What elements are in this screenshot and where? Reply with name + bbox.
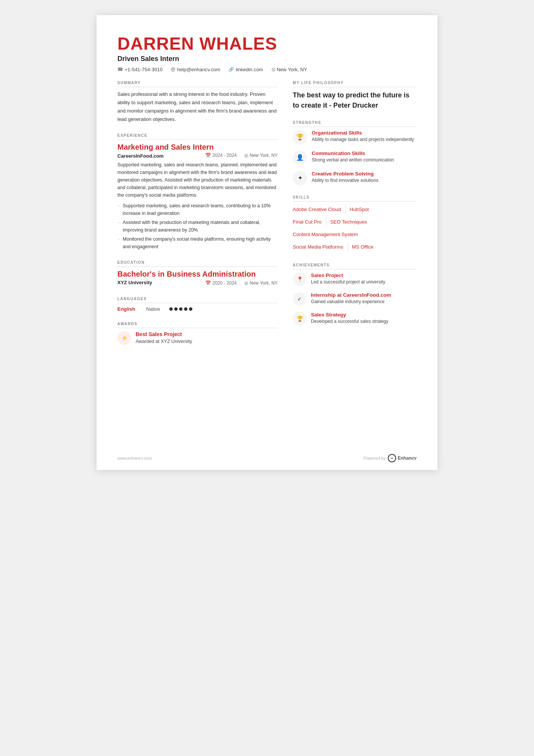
summary-text: Sales professional with a strong interes… [117, 90, 278, 124]
summary-label: SUMMARY [117, 81, 278, 87]
calendar-icon: 📅 [205, 153, 211, 158]
awards-label: AWARDS [117, 322, 278, 328]
right-column: MY LIFE PHILOSOPHY The best way to predi… [293, 81, 417, 355]
edu-dates: 📅 2020 - 2024 [205, 280, 237, 286]
phone-icon: ☎ [117, 67, 123, 72]
language-dot [189, 307, 192, 311]
skill-tag: Content Management System [293, 230, 362, 239]
experience-meta: 📅 2024 - 2024 ◎ New York, NY [205, 153, 278, 158]
skills-row: Social Media PlatformsMS Office [293, 242, 417, 253]
strength-content: Communication Skills Strong verbal and w… [312, 150, 394, 163]
education-meta: 📅 2020 - 2024 ◎ New York, NY [205, 280, 278, 286]
contact-row: ☎ +1-541-754-3010 @ help@enhancv.com 🔗 l… [117, 67, 417, 72]
strength-icon-wrap: 👤 [293, 150, 307, 165]
strength-title: Communication Skills [312, 150, 394, 156]
resume-page: DARREN WHALES Driven Sales Intern ☎ +1-5… [97, 15, 437, 470]
languages-section: LANGUAGES EnglishNative [117, 297, 278, 312]
strength-item: 🏆 Organizational Skills Ability to manag… [293, 130, 417, 144]
skills-section: SKILLS Adobe Creative CloudHubSpotFinal … [293, 195, 417, 253]
education-title: Bachelor's in Business Administration [117, 270, 278, 279]
language-dot [174, 307, 178, 311]
strength-content: Creative Problem Solving Ability to find… [312, 171, 378, 184]
achievement-icon-wrap: 📍 [293, 272, 306, 286]
experience-bullet: Supported marketing, sales and research … [117, 202, 278, 217]
award-icon-wrap: ⚡ [117, 331, 131, 345]
strength-title: Organizational Skills [312, 130, 414, 136]
experience-bullet: Monitored the company's social media pla… [117, 235, 278, 250]
achievement-content: Internship at CareersInFood.com Gained v… [311, 292, 391, 305]
achievement-icon: 📍 [297, 276, 303, 282]
location-edu-icon: ◎ [244, 280, 248, 286]
strength-icon-wrap: ✦ [293, 171, 307, 185]
candidate-name: DARREN WHALES [117, 34, 417, 53]
header-section: DARREN WHALES Driven Sales Intern ☎ +1-5… [117, 34, 417, 72]
skills-row: Content Management System [293, 230, 417, 241]
achievements-section: ACHIEVEMENTS 📍 Sales Project Led a succe… [293, 263, 417, 326]
candidate-title: Driven Sales Intern [117, 55, 417, 63]
experience-section: EXPERIENCE Marketing and Sales Intern Ca… [117, 133, 278, 250]
languages-label: LANGUAGES [117, 297, 278, 303]
calendar-edu-icon: 📅 [205, 280, 211, 286]
awards-section: AWARDS ⚡ Best Sales Project Awarded at X… [117, 322, 278, 345]
page-footer: www.enhancv.com Powered by ∞ Enhancv [117, 454, 417, 462]
award-content: Best Sales Project Awarded at XYZ Univer… [136, 331, 192, 345]
linkedin-contact: 🔗 linkedin.com [228, 67, 263, 72]
achievement-item: 📍 Sales Project Led a successful project… [293, 272, 417, 286]
skill-tag: MS Office [352, 242, 378, 252]
strength-desc: Strong verbal and written communication [312, 157, 394, 163]
achievement-icon-wrap: 🏆 [293, 312, 306, 326]
strength-content: Organizational Skills Ability to manage … [312, 130, 414, 143]
achievement-content: Sales Strategy Developed a successful sa… [311, 312, 388, 325]
edu-location: ◎ New York, NY [244, 280, 278, 286]
language-dot [169, 307, 173, 311]
language-name: English [117, 306, 140, 312]
two-col-layout: SUMMARY Sales professional with a strong… [117, 81, 417, 355]
language-dot [184, 307, 187, 311]
strength-item: 👤 Communication Skills Strong verbal and… [293, 150, 417, 165]
language-level: Native [146, 306, 160, 312]
skill-tag: HubSpot [350, 205, 373, 214]
location-contact: ◎ New York, NY [272, 67, 307, 72]
education-section: EDUCATION Bachelor's in Business Adminis… [117, 260, 278, 287]
achievement-icon: 🏆 [297, 316, 303, 322]
email-icon: @ [171, 67, 175, 72]
skill-tag: Social Media Platforms [293, 242, 348, 252]
language-dots [169, 307, 192, 311]
education-school: XYZ University [117, 280, 152, 285]
strength-item: ✦ Creative Problem Solving Ability to fi… [293, 171, 417, 185]
skill-tag: Adobe Creative Cloud [293, 205, 346, 214]
logo-icon: ∞ [388, 454, 396, 462]
award-desc: Awarded at XYZ University [136, 338, 192, 345]
left-column: SUMMARY Sales professional with a strong… [117, 81, 278, 355]
achievement-title: Internship at CareersInFood.com [311, 292, 391, 298]
email-contact: @ help@enhancv.com [171, 67, 220, 72]
philosophy-section: MY LIFE PHILOSOPHY The best way to predi… [293, 81, 417, 111]
achievement-icon: ✓ [297, 296, 302, 302]
achievement-item: ✓ Internship at CareersInFood.com Gained… [293, 292, 417, 306]
achievement-title: Sales Project [311, 272, 385, 278]
experience-location: ◎ New York, NY [244, 153, 278, 158]
skill-tag: SEO Techniques [330, 217, 372, 227]
enhancv-logo: ∞ Enhancv [388, 454, 417, 462]
strength-desc: Ability to find innovative solutions [312, 177, 378, 184]
linkedin-icon: 🔗 [228, 67, 234, 72]
experience-label: EXPERIENCE [117, 133, 278, 140]
experience-title: Marketing and Sales Intern [117, 143, 278, 152]
strength-desc: Ability to manage tasks and projects ind… [312, 136, 414, 143]
achievement-desc: Developed a successful sales strategy [311, 318, 388, 325]
achievement-icon-wrap: ✓ [293, 292, 306, 306]
location-icon: ◎ [272, 67, 275, 72]
achievement-content: Sales Project Led a successful project a… [311, 272, 385, 285]
strength-icon-wrap: 🏆 [293, 130, 307, 144]
language-dot [179, 307, 183, 311]
skills-row: Final Cut ProSEO Techniques [293, 217, 417, 228]
philosophy-label: MY LIFE PHILOSOPHY [293, 81, 417, 87]
language-row: EnglishNative [117, 306, 278, 312]
skill-tag: Final Cut Pro [293, 217, 326, 227]
experience-description: Supported marketing, sales and research … [117, 161, 278, 199]
strength-icon: 👤 [296, 154, 304, 161]
achievements-label: ACHIEVEMENTS [293, 263, 417, 269]
achievement-item: 🏆 Sales Strategy Developed a successful … [293, 312, 417, 326]
award-item: ⚡ Best Sales Project Awarded at XYZ Univ… [117, 331, 278, 345]
experience-dates: 📅 2024 - 2024 [205, 153, 237, 158]
